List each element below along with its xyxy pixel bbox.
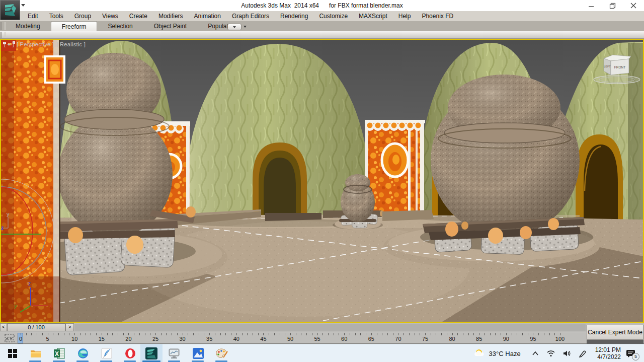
ruler-tick-label: 65 [368,336,374,342]
ruler-tick [220,333,221,335]
menu-animation[interactable]: Animation [189,11,226,21]
cancel-expert-mode-button[interactable]: Cancel Expert Mode [587,325,643,340]
taskbar-clock[interactable]: 12:01 PM 4/7/2022 [595,346,621,360]
minimize-button[interactable] [587,1,596,10]
ruler-tick [468,333,469,335]
tab-object-paint[interactable]: Object Paint [143,21,197,31]
ruler-tick [102,333,102,335]
start-button[interactable] [6,347,19,360]
menu-tools[interactable]: Tools [44,11,69,21]
taskbar-file-explorer[interactable] [29,347,42,360]
ruler-tick [269,333,269,335]
ribbon-options-caret-icon[interactable] [244,26,247,28]
taskbar-paint[interactable] [215,347,228,360]
ruler-tick-label: 0 [19,336,22,342]
svg-text:X: X [55,350,59,357]
ruler-tick [274,333,275,335]
menu-edit[interactable]: Edit [22,11,44,21]
ruler-tick [441,333,442,335]
viewcube-left-label[interactable]: LEFT [604,65,611,68]
ruler-tick [285,333,285,335]
ruler-tick [134,333,134,335]
menu-modifiers[interactable]: Modifiers [153,11,189,21]
tray-overflow-chevron[interactable] [532,351,539,356]
tray-pen[interactable] [579,350,587,357]
ruler-tick [204,333,204,335]
ruler-tick [193,333,194,335]
ribbon-tab-row: ModelingFreeformSelectionObject PaintPop… [0,21,644,31]
app-menu-caret-icon[interactable] [21,4,25,7]
taskbar-excel[interactable]: X [53,347,66,360]
tab-selection[interactable]: Selection [97,21,143,31]
ruler-tick [263,333,264,335]
time-slider-track[interactable] [74,324,586,331]
menu-help[interactable]: Help [393,11,417,21]
taskbar-opera[interactable] [124,347,137,360]
ruler-tick [86,333,86,335]
time-slider-handle[interactable]: 0 / 100 [7,323,65,331]
ruler-tick [123,333,124,335]
ruler-tick [560,333,560,335]
ruler-tick [145,333,145,335]
ruler-tick [199,333,199,335]
tray-wifi[interactable] [546,350,555,357]
ruler-tick [360,333,361,335]
ruler-tick [463,333,463,335]
ruler-tick [118,333,118,335]
taskbar-edge[interactable] [76,347,90,360]
ruler-tick [447,333,447,335]
viewport-menu-plus[interactable]: [ + ] [4,41,14,47]
tab-modeling[interactable]: Modeling [5,21,51,31]
windows-logo-icon [8,348,18,358]
ruler-tick-label: 55 [314,336,320,342]
ruler-tick [404,333,404,335]
next-frame-button[interactable]: > [65,323,74,331]
menu-maxscript[interactable]: MAXScript [353,11,393,21]
menu-bar: EditToolsGroupViewsCreateModifiersAnimat… [0,11,644,21]
weather-widget[interactable]: 33°C Haze [473,348,521,359]
notification-center[interactable]: 5 [626,349,636,358]
tray-volume[interactable] [562,350,572,357]
previous-frame-button[interactable]: < [0,323,7,331]
menu-group[interactable]: Group [69,11,97,21]
tab-freeform[interactable]: Freeform [51,21,98,31]
menu-rendering[interactable]: Rendering [275,11,313,21]
application-menu-button[interactable] [0,0,20,20]
perspective-viewport[interactable]: y z z x y FRONT LEFT [0,39,644,323]
ruler-tick [209,333,210,335]
ruler-tick [296,333,296,335]
orange-pillar-foreground[interactable] [1,40,64,322]
ruler-tick-label: 60 [341,336,347,342]
viewport-menu-pov[interactable]: [ Perspective ] [17,41,54,47]
ruler-tick-label: 30 [179,336,185,342]
ruler-tick [334,333,334,335]
taskbar-system-monitor[interactable] [168,347,181,360]
menu-graph-editors[interactable]: Graph Editors [226,11,275,21]
time-slider-row: < 0 / 100 > [0,323,644,332]
ruler-tick [306,333,307,335]
viewport-menu-shading[interactable]: [ Realistic ] [56,41,86,47]
menu-phoenix-fd[interactable]: Phoenix FD [416,11,459,21]
viewport-canvas[interactable]: y z z x y FRONT LEFT [1,40,643,322]
restore-button[interactable] [608,1,617,10]
ruler-tick-label: 80 [449,336,455,342]
menu-create[interactable]: Create [124,11,153,21]
ribbon-minimize-toggle[interactable] [227,24,242,30]
ruler-tick [42,333,43,335]
track-bar-ruler[interactable]: 0510152025303540455055606570758085909510… [0,332,644,344]
close-button[interactable] [629,1,638,10]
taskbar-photos[interactable] [192,347,205,360]
ruler-tick-label: 25 [152,336,158,342]
menu-views[interactable]: Views [97,11,124,21]
viewcube-front-label[interactable]: FRONT [614,65,625,69]
chevron-up-icon [532,351,539,356]
axis-z-label: z [28,280,31,286]
open-mini-curve-editor-button[interactable] [4,333,17,343]
speaker-icon [562,350,572,357]
taskbar-3ds-max[interactable] [145,347,158,360]
taskbar-quill-app[interactable] [100,347,113,360]
gizmo-z-label: z [1,225,4,231]
ribbon-strip-grip[interactable] [1,32,6,38]
menu-customize[interactable]: Customize [313,11,353,21]
ruler-tick [495,333,496,335]
